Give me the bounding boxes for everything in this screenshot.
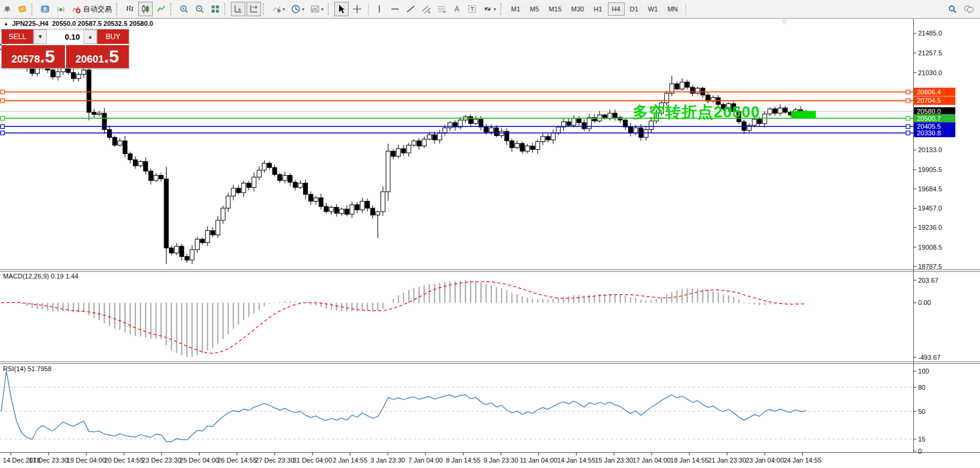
toolbar-grip	[500, 3, 504, 15]
svg-text:20133.0: 20133.0	[918, 146, 942, 153]
crosshair-tool-button[interactable]	[350, 2, 364, 16]
line-handle	[906, 90, 910, 94]
indicators-icon	[272, 4, 281, 14]
volume-stepper: ▼ 0.10 ▲	[33, 29, 97, 44]
vertical-line-tool-button[interactable]	[372, 2, 387, 16]
signal-icon	[56, 4, 66, 14]
time-axis-label: 3 Jan 23:30	[370, 457, 405, 464]
volume-input[interactable]: 0.10	[47, 29, 84, 44]
new-chart-button[interactable]	[15, 2, 29, 16]
chart-ohlc-values: 20550.0 20587.5 20532.5 20580.0	[52, 20, 153, 27]
svg-text:19684.5: 19684.5	[918, 185, 942, 192]
trendline-icon	[406, 4, 415, 14]
tab-timeframe-h4[interactable]: H4	[608, 2, 625, 16]
svg-text:18787.5: 18787.5	[918, 263, 942, 270]
sell-price-main: 20578	[11, 48, 40, 71]
svg-text:19236.0: 19236.0	[918, 224, 942, 231]
chat-button[interactable]	[961, 2, 976, 16]
search-button[interactable]	[945, 2, 960, 16]
buy-price-fraction: .5	[104, 45, 119, 68]
market-watch-button[interactable]	[38, 2, 52, 16]
buy-price-button[interactable]: 20601.5	[66, 45, 129, 68]
svg-text:50: 50	[918, 408, 925, 415]
axes-layer: 20806.420704.520580.020500.720405.520330…	[3, 29, 955, 464]
buy-button[interactable]: BUY	[97, 29, 129, 44]
volume-increase-button[interactable]: ▲	[84, 29, 97, 44]
base-layer	[0, 18, 980, 453]
svg-text:100: 100	[918, 368, 929, 375]
svg-text:0: 0	[918, 448, 922, 455]
svg-text:T: T	[471, 6, 474, 12]
zoom-out-button[interactable]	[192, 2, 207, 16]
svg-text:E: E	[428, 10, 430, 14]
autotrade-button[interactable]: 自动交易	[69, 2, 114, 16]
line-handle	[906, 125, 910, 128]
volume-decrease-button[interactable]: ▼	[34, 29, 47, 44]
tab-timeframe-m1[interactable]: M1	[507, 2, 524, 16]
templates-button[interactable]: ▾	[308, 2, 326, 16]
text-label-tool-button[interactable]: T	[465, 2, 479, 16]
signals-button[interactable]	[54, 2, 68, 16]
line-handle	[1, 116, 4, 120]
svg-text:19008.5: 19008.5	[918, 244, 942, 251]
time-axis-label: 21 Jan 23:30	[708, 457, 746, 464]
cursor-tool-button[interactable]	[334, 2, 349, 16]
svg-text:-493.67: -493.67	[918, 354, 940, 361]
autotrade-icon	[72, 4, 81, 14]
tab-timeframe-m15[interactable]: M15	[545, 2, 566, 16]
zoom-in-button[interactable]	[177, 2, 191, 16]
svg-text:19457.0: 19457.0	[918, 205, 942, 212]
zoom-in-icon	[179, 4, 189, 14]
macd-label: MACD(12,26,9) 0.19 1.44	[3, 272, 78, 280]
text-tool-button[interactable]: A	[450, 2, 464, 16]
time-axis-label: 2 Jan 14:55	[333, 457, 368, 464]
auto-scroll-icon	[233, 4, 243, 14]
indicators-button[interactable]: ▾	[269, 2, 287, 16]
time-axis-label: 20 Dec 14:55	[104, 457, 143, 464]
tab-timeframe-d1[interactable]: D1	[626, 2, 643, 16]
trendline-tool-button[interactable]	[403, 2, 418, 16]
svg-text:0.00: 0.00	[918, 299, 931, 306]
chart-canvas[interactable]: 20806.420704.520580.020500.720405.520330…	[0, 0, 980, 468]
horizontal-line-tool-button[interactable]	[388, 2, 402, 16]
trade-panel-top-row: SELL ▼ 0.10 ▲ BUY	[2, 29, 129, 44]
tab-timeframe-w1[interactable]: W1	[644, 2, 663, 16]
toolbar-separator	[685, 3, 686, 15]
fibonacci-tool-button[interactable]: F	[435, 2, 449, 16]
bar-chart-type-button[interactable]	[123, 2, 137, 16]
svg-text:20704.5: 20704.5	[917, 97, 941, 104]
search-icon	[948, 4, 957, 14]
auto-scroll-button[interactable]	[231, 2, 245, 16]
line-handle	[1, 99, 4, 102]
periods-button[interactable]: ▾	[289, 2, 307, 16]
chevron-down-icon: ▾	[321, 7, 323, 12]
equidistant-channel-tool-button[interactable]: E	[419, 2, 433, 16]
svg-text:20580.0: 20580.0	[917, 108, 941, 115]
svg-text:20500.7: 20500.7	[917, 115, 941, 122]
tab-timeframe-mn[interactable]: MN	[663, 2, 682, 16]
sell-button[interactable]: SELL	[2, 29, 33, 44]
tile-windows-button[interactable]	[208, 2, 222, 16]
tab-timeframe-m5[interactable]: M5	[525, 2, 543, 16]
toolbar-grip	[31, 3, 35, 15]
chart-shift-button[interactable]	[247, 2, 261, 16]
time-axis-label: 9 Jan 23:30	[483, 457, 518, 464]
line-chart-type-button[interactable]	[154, 2, 168, 16]
arrows-tool-button[interactable]: ▾	[480, 2, 498, 16]
zoom-out-icon	[195, 4, 204, 14]
sell-price-button[interactable]: 20578.5	[2, 45, 66, 68]
chart-file-icon	[17, 4, 27, 14]
tab-timeframe-h1[interactable]: H1	[589, 2, 606, 16]
template-icon	[310, 4, 320, 14]
toolbar-grip	[170, 3, 174, 15]
chevron-down-icon: ▾	[494, 7, 496, 12]
scroll-to-end-marker-icon[interactable]: ▽	[782, 19, 786, 25]
new-order-button[interactable]: 单	[1, 2, 14, 16]
candle-chart-type-button[interactable]	[138, 2, 153, 16]
turning-point-annotation[interactable]: 多空转折点20500	[632, 102, 760, 123]
autotrade-label: 自动交易	[83, 4, 112, 14]
bar-chart-icon	[125, 4, 135, 14]
trade-panel-price-row: 20578.5 20601.5	[2, 44, 129, 68]
svg-text:80: 80	[918, 384, 925, 391]
tab-timeframe-m30[interactable]: M30	[567, 2, 588, 16]
